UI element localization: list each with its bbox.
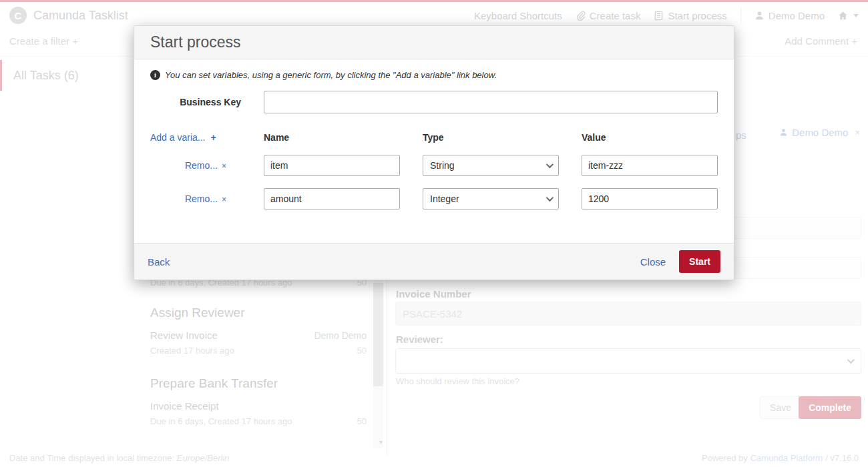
variables-grid: Add a varia...+ Name Type Value Remo...×… <box>150 132 718 209</box>
close-icon: × <box>222 161 226 171</box>
modal-title: Start process <box>150 33 241 51</box>
back-link[interactable]: Back <box>148 256 170 268</box>
column-header-value: Value <box>582 132 718 143</box>
modal-footer: Back Close Start <box>134 243 734 280</box>
variable-value-input[interactable] <box>582 188 718 209</box>
plus-icon: + <box>211 132 216 143</box>
remove-variable-link[interactable]: Remo...× <box>150 193 241 204</box>
add-variable-label: Add a varia... <box>150 132 206 143</box>
start-button[interactable]: Start <box>679 250 720 273</box>
info-text: You can set variables, using a generic f… <box>165 70 497 80</box>
variable-type-select[interactable]: String <box>423 155 559 176</box>
variable-type-select[interactable]: Integer <box>423 188 559 209</box>
variable-value-input[interactable] <box>582 155 718 176</box>
business-key-label: Business Key <box>150 97 241 107</box>
remove-variable-link[interactable]: Remo...× <box>150 160 241 171</box>
variable-type-value: String <box>430 160 455 171</box>
modal-header: Start process <box>134 26 734 59</box>
info-icon: i <box>150 70 160 80</box>
column-header-name: Name <box>264 132 400 143</box>
camunda-tasklist-app: C Camunda Tasklist Keyboard Shortcuts Cr… <box>0 0 868 467</box>
business-key-input[interactable] <box>264 91 718 113</box>
info-row: i You can set variables, using a generic… <box>150 70 718 80</box>
close-icon: × <box>222 195 226 204</box>
add-variable-link[interactable]: Add a varia...+ <box>150 132 241 143</box>
chevron-down-icon <box>546 194 554 201</box>
remove-label: Remo... <box>185 193 218 204</box>
remove-label: Remo... <box>185 160 218 171</box>
column-header-type: Type <box>423 132 559 143</box>
start-process-modal: Start process i You can set variables, u… <box>134 25 734 280</box>
variable-type-value: Integer <box>430 193 459 204</box>
chevron-down-icon <box>546 161 554 168</box>
variable-name-input[interactable] <box>264 155 400 176</box>
business-key-row: Business Key <box>150 91 718 113</box>
variable-name-input[interactable] <box>264 188 400 209</box>
modal-body: i You can set variables, using a generic… <box>134 59 734 243</box>
close-link[interactable]: Close <box>640 256 666 268</box>
